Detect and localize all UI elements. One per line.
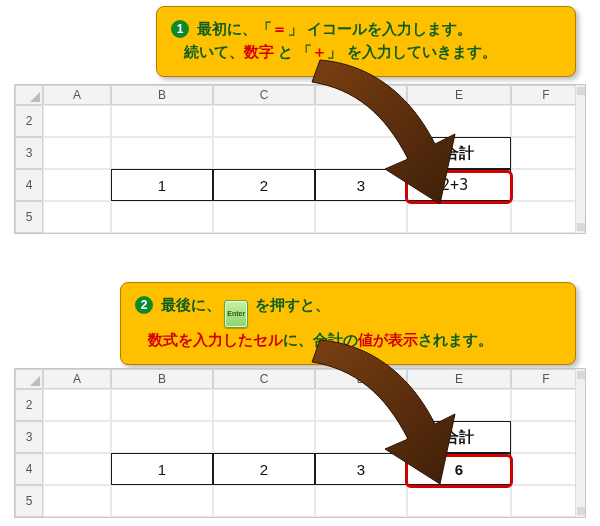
sheet1-b4[interactable]: 1: [111, 169, 213, 201]
sheet2-grid: A B C D E F 2 3 合計 4 1 2 3 6 5: [15, 369, 585, 517]
callout-2-index: 2: [135, 296, 153, 314]
sheet2-row-3[interactable]: 3: [15, 421, 43, 453]
sheet1-col-f[interactable]: F: [511, 85, 581, 105]
callout-2: 2 最後に、Enter を押すと、 数式を入力したセルに、合計の値が表示されます…: [120, 282, 576, 365]
sheet1-b2[interactable]: [111, 105, 213, 137]
sheet2-f5[interactable]: [511, 485, 581, 517]
sheet1-col-d[interactable]: D: [315, 85, 407, 105]
sheet2-col-d[interactable]: D: [315, 369, 407, 389]
sheet2-a2[interactable]: [43, 389, 111, 421]
sheet1-col-b[interactable]: B: [111, 85, 213, 105]
sheet1-col-e[interactable]: E: [407, 85, 511, 105]
sheet1-grid: A B C D E F 2 3 合計 4 1 2 3 =1+2+3 5: [15, 85, 585, 233]
sheet2-d3[interactable]: [315, 421, 407, 453]
sheet1-e5[interactable]: [407, 201, 511, 233]
callout-2-text-a: 最後に、: [161, 296, 221, 313]
sheet2-col-e[interactable]: E: [407, 369, 511, 389]
callout-1-text-d: と 「: [274, 43, 312, 60]
spreadsheet-2: A B C D E F 2 3 合計 4 1 2 3 6 5: [14, 368, 586, 518]
sheet2-c3[interactable]: [213, 421, 315, 453]
sheet1-c5[interactable]: [213, 201, 315, 233]
enter-key-label: Enter: [224, 300, 248, 328]
callout-2-text-e: 値が表示: [358, 331, 418, 348]
sheet2-corner[interactable]: [15, 369, 43, 389]
sheet2-c4[interactable]: 2: [213, 453, 315, 485]
sheet1-d4[interactable]: 3: [315, 169, 407, 201]
sheet2-c2[interactable]: [213, 389, 315, 421]
sheet1-a3[interactable]: [43, 137, 111, 169]
sheet1-a2[interactable]: [43, 105, 111, 137]
sheet2-e2[interactable]: [407, 389, 511, 421]
sheet1-f3[interactable]: [511, 137, 581, 169]
sheet2-col-a[interactable]: A: [43, 369, 111, 389]
sheet1-f4[interactable]: [511, 169, 581, 201]
sheet2-row-5[interactable]: 5: [15, 485, 43, 517]
sheet2-e3[interactable]: 合計: [407, 421, 511, 453]
callout-2-text-c: 数式を入力したセル: [148, 331, 283, 348]
sheet1-col-c[interactable]: C: [213, 85, 315, 105]
callout-1-text-a: 最初に、「: [197, 20, 272, 37]
sheet1-c2[interactable]: [213, 105, 315, 137]
sheet1-c3[interactable]: [213, 137, 315, 169]
sheet2-b5[interactable]: [111, 485, 213, 517]
sheet2-f3[interactable]: [511, 421, 581, 453]
callout-1-index: 1: [171, 20, 189, 38]
sheet2-scrollbar[interactable]: [575, 369, 585, 517]
sheet2-row-4[interactable]: 4: [15, 453, 43, 485]
sheet1-row-5[interactable]: 5: [15, 201, 43, 233]
enter-key-icon: Enter: [224, 300, 248, 328]
callout-2-text-d: に、合計の: [283, 331, 358, 348]
sheet2-a4[interactable]: [43, 453, 111, 485]
callout-1-equals: ＝: [272, 20, 288, 37]
sheet1-f2[interactable]: [511, 105, 581, 137]
sheet2-d4[interactable]: 3: [315, 453, 407, 485]
sheet2-col-b[interactable]: B: [111, 369, 213, 389]
sheet1-e4[interactable]: =1+2+3: [407, 169, 511, 201]
sheet2-e5[interactable]: [407, 485, 511, 517]
callout-1-text-e: 」 を入力していきます。: [327, 43, 496, 60]
callout-1-plus: ＋: [312, 43, 328, 60]
sheet1-col-a[interactable]: A: [43, 85, 111, 105]
sheet1-corner[interactable]: [15, 85, 43, 105]
sheet2-col-c[interactable]: C: [213, 369, 315, 389]
sheet1-scrollbar[interactable]: [575, 85, 585, 233]
spreadsheet-1: A B C D E F 2 3 合計 4 1 2 3 =1+2+3 5: [14, 84, 586, 234]
sheet1-e3[interactable]: 合計: [407, 137, 511, 169]
sheet1-f5[interactable]: [511, 201, 581, 233]
callout-1-text-c: 続いて、: [184, 43, 244, 60]
sheet1-d5[interactable]: [315, 201, 407, 233]
sheet2-b4[interactable]: 1: [111, 453, 213, 485]
sheet1-e2[interactable]: [407, 105, 511, 137]
sheet1-b5[interactable]: [111, 201, 213, 233]
callout-2-text-b: を押すと、: [251, 296, 330, 313]
callout-1-text-b: 」 イコールを入力します。: [288, 20, 472, 37]
sheet1-c4[interactable]: 2: [213, 169, 315, 201]
sheet2-f4[interactable]: [511, 453, 581, 485]
callout-2-text-f: されます。: [418, 331, 493, 348]
sheet2-e4[interactable]: 6: [407, 453, 511, 485]
sheet1-a4[interactable]: [43, 169, 111, 201]
sheet1-b3[interactable]: [111, 137, 213, 169]
sheet2-a3[interactable]: [43, 421, 111, 453]
sheet2-b2[interactable]: [111, 389, 213, 421]
sheet2-c5[interactable]: [213, 485, 315, 517]
sheet2-b3[interactable]: [111, 421, 213, 453]
callout-1-numbers: 数字: [244, 43, 274, 60]
sheet1-row-3[interactable]: 3: [15, 137, 43, 169]
sheet1-row-2[interactable]: 2: [15, 105, 43, 137]
sheet1-d3[interactable]: [315, 137, 407, 169]
sheet2-row-2[interactable]: 2: [15, 389, 43, 421]
sheet2-a5[interactable]: [43, 485, 111, 517]
sheet1-d2[interactable]: [315, 105, 407, 137]
sheet2-d5[interactable]: [315, 485, 407, 517]
sheet2-d2[interactable]: [315, 389, 407, 421]
sheet2-f2[interactable]: [511, 389, 581, 421]
sheet1-a5[interactable]: [43, 201, 111, 233]
sheet2-col-f[interactable]: F: [511, 369, 581, 389]
sheet1-row-4[interactable]: 4: [15, 169, 43, 201]
callout-1: 1 最初に、「＝」 イコールを入力します。 続いて、数字 と 「＋」 を入力して…: [156, 6, 576, 77]
